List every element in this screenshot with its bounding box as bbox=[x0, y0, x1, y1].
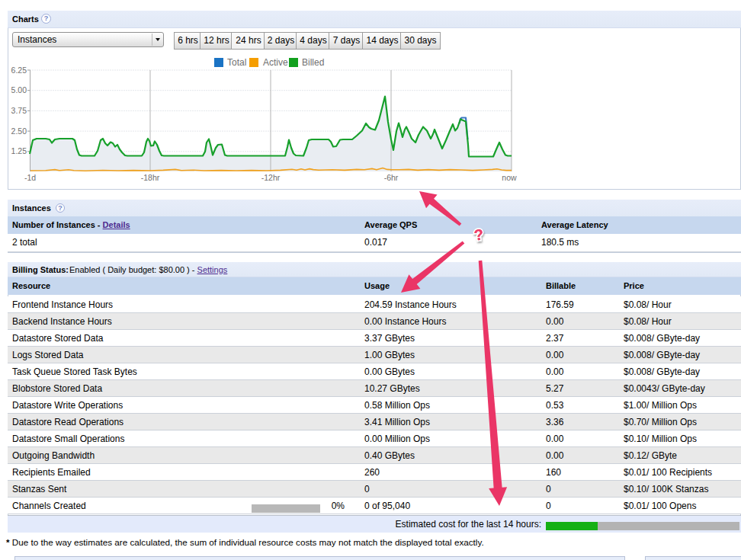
svg-text:?: ? bbox=[473, 226, 485, 243]
